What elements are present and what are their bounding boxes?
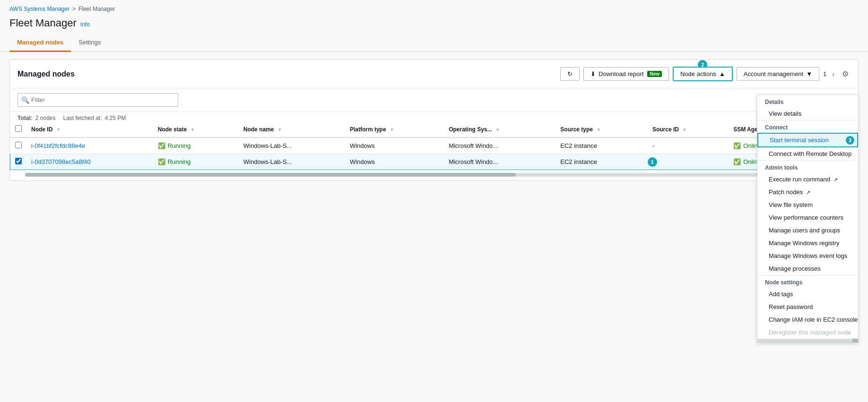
sort-node-state-icon[interactable]: ▼ <box>190 127 195 132</box>
online-check-icon: ✅ <box>733 158 741 165</box>
total-value: 2 nodes <box>35 115 56 121</box>
dropdown-section-header: Admin tools <box>757 160 858 173</box>
dropdown-item[interactable]: View details <box>757 107 858 120</box>
dropdown-item[interactable]: Execute run command ↗ <box>757 173 858 186</box>
row-source-id: - <box>648 137 729 154</box>
tabs-bar: Managed nodes Settings <box>0 34 868 52</box>
node-id-link[interactable]: i-0d3707098ec5a8f40 <box>31 158 91 165</box>
col-platform-type: Platform type ▼ <box>345 121 444 137</box>
col-node-name: Node name ▼ <box>239 121 345 137</box>
refresh-button[interactable]: ↻ <box>560 67 580 81</box>
row-node-id: i-0f41bf2fcfdc88e4e <box>26 137 153 154</box>
node-actions-dropdown: DetailsView detailsConnectStart terminal… <box>757 94 859 188</box>
page-number: 1 <box>823 70 826 77</box>
row-source-id: - <box>648 154 729 170</box>
new-badge: New <box>647 71 662 77</box>
row-select-cell[interactable] <box>10 137 27 154</box>
meta-row: Total: 2 nodes Last fetched at: 4:25 PM <box>10 112 858 121</box>
row-operating-sys: Microsoft Windo... <box>444 137 556 154</box>
row-operating-sys: Microsoft Windo... <box>444 154 556 170</box>
table-header-row: Node ID ▼ Node state ▼ Node name ▼ Pla <box>10 121 858 137</box>
row-platform-type: Windows <box>345 154 444 170</box>
table-row: i-0f41bf2fcfdc88e4e ✅ Running Windows-La… <box>10 137 858 154</box>
row-source-type: EC2 instance <box>556 137 648 154</box>
node-state-status: ✅ Running <box>158 142 191 149</box>
annotation-1: 1 <box>648 157 657 167</box>
horizontal-scrollbar[interactable] <box>17 173 851 177</box>
filter-input[interactable] <box>17 93 178 107</box>
breadcrumb-parent[interactable]: AWS Systems Manager <box>9 6 69 12</box>
node-actions-arrow-icon: ▲ <box>719 70 725 77</box>
node-state-status: ✅ Running <box>158 158 191 165</box>
filter-bar: 🔍 <box>10 88 858 112</box>
select-all-header[interactable] <box>10 121 27 137</box>
running-check-icon: ✅ <box>158 158 165 165</box>
breadcrumb: AWS Systems Manager > Fleet Manager <box>0 0 868 15</box>
col-source-type: Source type ▼ <box>556 121 648 137</box>
sort-platform-type-icon[interactable]: ▼ <box>390 127 394 132</box>
tab-managed-nodes[interactable]: Managed nodes <box>9 34 71 52</box>
fetched-time: 4:25 PM <box>105 115 126 121</box>
node-actions-wrap: 2 Node actions ▲ <box>673 67 733 81</box>
col-node-state: Node state ▼ <box>153 121 239 137</box>
row-select-cell[interactable] <box>10 154 27 170</box>
col-source-id: Source ID ▼ <box>648 121 729 137</box>
external-link-icon: ↗ <box>833 177 838 182</box>
sort-os-icon[interactable]: ▼ <box>495 127 500 132</box>
account-mgmt-arrow-icon: ▼ <box>806 70 812 77</box>
download-icon: ⬇ <box>590 70 596 77</box>
total-label: Total: <box>17 115 33 121</box>
content-area: Managed nodes ↻ ⬇ Download report New 2 … <box>0 52 868 188</box>
dropdown-item[interactable]: Connect with Remote Desktop <box>757 147 858 160</box>
col-node-id: Node ID ▼ <box>26 121 153 137</box>
table-row: i-0d3707098ec5a8f40 ✅ Running Windows-La… <box>10 154 858 170</box>
annotation-3: 3 <box>846 136 854 145</box>
node-id-link[interactable]: i-0f41bf2fcfdc88e4e <box>31 142 85 149</box>
filter-input-wrap: 🔍 <box>17 93 178 107</box>
row-node-name: Windows-Lab-S... <box>239 137 345 154</box>
node-actions-button[interactable]: Node actions ▲ <box>673 67 733 81</box>
info-link[interactable]: Info <box>80 21 90 28</box>
row-node-state: ✅ Running <box>153 154 239 170</box>
page-header: Fleet Manager Info <box>0 15 868 29</box>
panel-title: Managed nodes <box>17 70 75 78</box>
download-report-button[interactable]: ⬇ Download report New <box>583 67 669 81</box>
col-operating-sys: Operating Sys... ▼ <box>444 121 556 137</box>
dropdown-section-header: Details <box>757 95 858 107</box>
tab-settings[interactable]: Settings <box>71 34 108 52</box>
page-title: Fleet Manager <box>9 17 77 29</box>
managed-nodes-panel: Managed nodes ↻ ⬇ Download report New 2 … <box>9 60 859 181</box>
row-node-name: Windows-Lab-S... <box>239 154 345 170</box>
nodes-table: Node ID ▼ Node state ▼ Node name ▼ Pla <box>10 121 858 170</box>
dropdown-item[interactable]: Patch nodes ↗ <box>757 186 858 188</box>
fetched-label: Last fetched at: <box>63 115 102 121</box>
sort-source-id-icon[interactable]: ▼ <box>682 127 687 132</box>
sort-node-name-icon[interactable]: ▼ <box>278 127 282 132</box>
account-management-button[interactable]: Account management ▼ <box>737 67 819 81</box>
online-check-icon: ✅ <box>733 142 741 149</box>
row-node-id: i-0d3707098ec5a8f40 <box>26 154 153 170</box>
row-node-state: ✅ Running <box>153 137 239 154</box>
next-page-button[interactable]: › <box>830 68 836 80</box>
table-settings-button[interactable]: ⚙ <box>840 68 851 80</box>
row-source-type: EC2 instance 1 <box>556 154 648 170</box>
select-all-checkbox[interactable] <box>15 125 22 132</box>
dropdown-item[interactable]: Start terminal session 3 <box>757 133 858 147</box>
sort-source-type-icon[interactable]: ▼ <box>596 127 601 132</box>
running-check-icon: ✅ <box>158 142 165 149</box>
pagination: 1 › ⚙ <box>823 68 851 80</box>
refresh-icon: ↻ <box>567 70 573 77</box>
row-checkbox[interactable] <box>15 142 22 148</box>
panel-header: Managed nodes ↻ ⬇ Download report New 2 … <box>10 60 858 88</box>
table-wrap: Node ID ▼ Node state ▼ Node name ▼ Pla <box>10 121 858 170</box>
sort-node-id-icon[interactable]: ▼ <box>56 127 61 132</box>
row-checkbox[interactable] <box>15 158 22 164</box>
search-icon: 🔍 <box>21 96 29 104</box>
row-platform-type: Windows <box>345 137 444 154</box>
breadcrumb-separator: > <box>72 6 76 12</box>
toolbar: ↻ ⬇ Download report New 2 Node actions ▲… <box>560 67 851 81</box>
dropdown-section-header: Connect <box>757 120 858 133</box>
breadcrumb-current: Fleet Manager <box>78 6 115 12</box>
